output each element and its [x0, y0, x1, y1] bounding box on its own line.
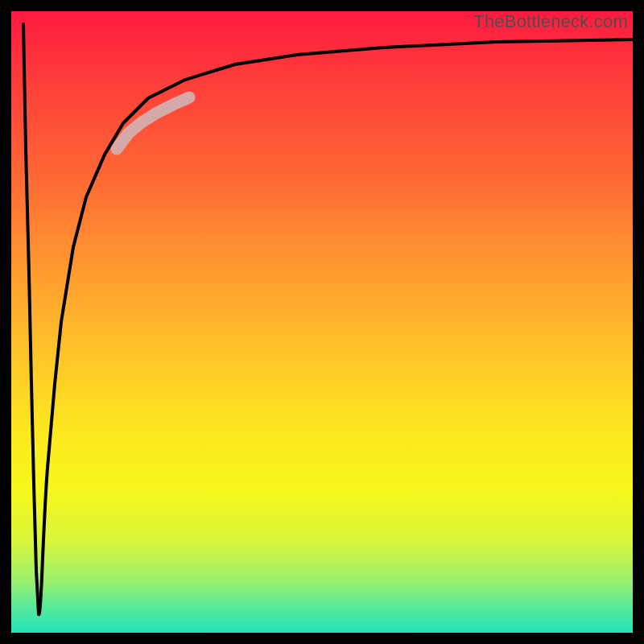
frame-top [0, 0, 644, 11]
frame-left [0, 0, 11, 644]
watermark-text: TheBottleneck.com [473, 11, 628, 32]
frame-right [633, 0, 644, 644]
curve-highlight [117, 97, 189, 149]
frame-bottom [0, 633, 644, 644]
curve-right-branch [39, 39, 633, 614]
curve-left-branch [23, 24, 39, 614]
bottleneck-curve [0, 0, 644, 644]
chart-stage: TheBottleneck.com [0, 0, 644, 644]
